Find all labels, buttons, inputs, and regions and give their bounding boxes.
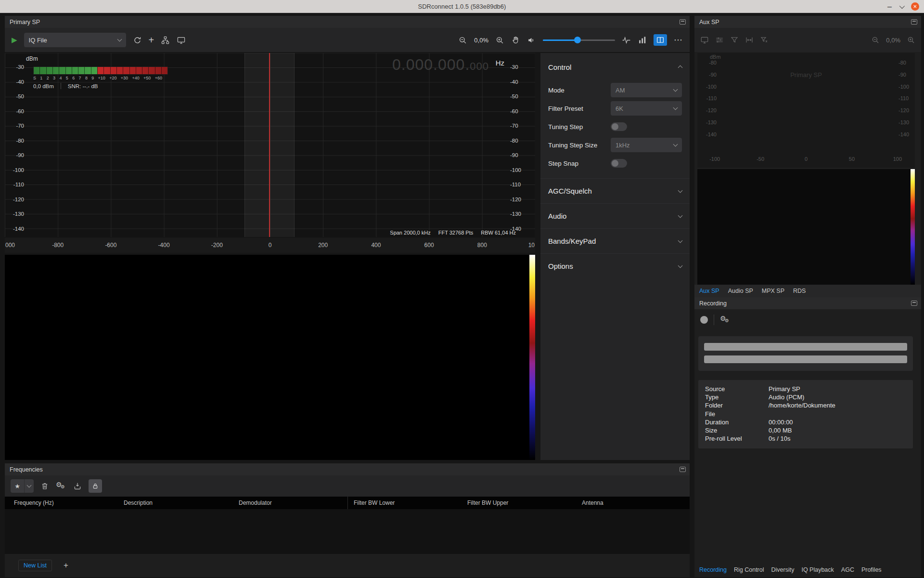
chevron-down-icon <box>678 213 683 218</box>
step-snap-row: Step Snap <box>540 154 690 172</box>
zoom-level: 0,0% <box>474 37 488 44</box>
recording-level-bar <box>704 355 907 363</box>
aux-view-tab[interactable]: MPX SP <box>762 288 784 294</box>
frequencies-table-body[interactable] <box>5 509 690 554</box>
span-arrows-icon[interactable] <box>745 36 754 44</box>
titlebar: SDRconnect 1.0.5 (583e89db6) – ✕ <box>0 0 924 13</box>
filter-preset-select[interactable]: 6K <box>611 101 682 116</box>
import-icon[interactable] <box>73 482 82 490</box>
primary-sp-panel: Primary SP ▶ IQ File + 0,0% <box>5 16 690 460</box>
star-icon[interactable]: ★ <box>11 479 24 493</box>
waterfall-display[interactable] <box>5 255 535 460</box>
aux-sp-header: Aux SP <box>694 16 921 28</box>
aux-bottom-tab[interactable]: IQ Playback <box>801 566 834 573</box>
waveform-view-icon[interactable] <box>622 36 631 45</box>
close-button[interactable]: ✕ <box>911 2 919 11</box>
aux-view-tabs: Aux SPAudio SPMPX SPRDS <box>694 285 921 297</box>
aux-bottom-tab[interactable]: Diversity <box>771 566 795 573</box>
frequencies-toolbar: ★ ⚙⚙ <box>5 475 690 497</box>
restore-button[interactable] <box>899 3 905 8</box>
aux-waterfall-colorbar <box>911 169 915 285</box>
aux-bottom-tab[interactable]: AGC <box>841 566 854 573</box>
collapsed-section-header[interactable]: Options <box>540 253 690 278</box>
monitor-icon[interactable] <box>177 36 186 45</box>
spectrum-display[interactable]: dBm -30-40-50-60-70-80-90-100-110-120-13… <box>5 53 535 237</box>
zoom-out-icon[interactable] <box>871 36 880 44</box>
collapsed-sections: AGC/Squelch Audio Bands/KeyPad Options <box>540 178 690 278</box>
refresh-icon[interactable] <box>133 36 142 45</box>
notch-filter-icon[interactable] <box>760 36 769 44</box>
frequencies-header: Frequencies <box>5 463 690 475</box>
collapsed-section-header[interactable]: Bands/KeyPad <box>540 228 690 253</box>
tuning-step-toggle[interactable] <box>611 122 627 131</box>
source-select[interactable]: IQ File <box>24 33 126 47</box>
aux-waterfall-display[interactable] <box>697 169 915 285</box>
pan-hand-icon[interactable] <box>511 36 520 45</box>
speaker-icon[interactable] <box>527 36 536 45</box>
delete-icon[interactable] <box>40 482 49 490</box>
aux-dbm-scale-left: -80-90-100-110-120-130-140 <box>702 60 717 137</box>
minimize-button[interactable]: – <box>887 4 892 9</box>
chevron-down-icon <box>678 263 683 268</box>
network-icon[interactable] <box>161 36 170 45</box>
frequency-display[interactable]: 0.000.000.000 <box>392 56 489 74</box>
column-description: Description <box>124 499 153 506</box>
step-snap-toggle[interactable] <box>611 159 627 168</box>
tuning-line[interactable] <box>269 53 270 237</box>
volume-thumb[interactable] <box>574 37 581 43</box>
aux-bottom-tab[interactable]: Profiles <box>861 566 882 573</box>
aux-bottom-tab[interactable]: Rig Control <box>734 566 764 573</box>
spectrum-lines-icon[interactable] <box>715 36 724 44</box>
monitor-icon[interactable] <box>700 36 709 44</box>
control-section-header[interactable]: Control <box>540 53 690 81</box>
recording-level-box <box>698 336 913 371</box>
collapse-panel-icon[interactable] <box>911 301 917 306</box>
aux-bottom-tab[interactable]: Recording <box>699 566 727 573</box>
fft-value: FFT 32768 Pts <box>438 230 474 236</box>
dbm-scale-left: -30-40-50-60-70-80-90-100-110-120-130-14… <box>9 64 24 232</box>
spectrum-view-icon[interactable] <box>638 36 647 45</box>
s-meter-segments <box>34 67 167 74</box>
s-meter-bar <box>33 66 168 75</box>
favorite-split-button[interactable]: ★ <box>11 479 34 493</box>
filter-icon[interactable] <box>730 36 739 44</box>
collapse-panel-icon[interactable] <box>680 19 686 25</box>
chevron-down-icon <box>673 87 678 92</box>
volume-slider[interactable] <box>543 36 615 44</box>
collapse-panel-icon[interactable] <box>911 19 917 25</box>
zoom-in-icon[interactable] <box>907 36 915 44</box>
collapsed-section-header[interactable]: Audio <box>540 203 690 228</box>
add-list-button[interactable]: + <box>64 561 68 570</box>
split-view-button[interactable] <box>654 34 667 46</box>
mode-select[interactable]: AM <box>611 83 682 97</box>
aux-view-tab[interactable]: RDS <box>793 288 806 294</box>
volume-fill <box>543 39 578 41</box>
frequencies-table-header: Frequency (Hz) Description Demodulator F… <box>5 497 690 509</box>
recording-info-row: Size 0,00 MB <box>705 426 906 434</box>
tuning-step-size-select[interactable]: 1kHz <box>611 138 682 152</box>
play-button[interactable]: ▶ <box>12 36 17 44</box>
new-list-button[interactable]: New List <box>18 560 52 571</box>
window-controls: – ✕ <box>887 0 919 13</box>
star-dropdown[interactable] <box>24 479 34 493</box>
record-button[interactable] <box>700 316 708 324</box>
collapsed-section-header[interactable]: AGC/Squelch <box>540 178 690 203</box>
lock-button[interactable] <box>89 479 102 493</box>
zoom-out-icon[interactable] <box>458 36 467 45</box>
aux-spectrum-display[interactable]: dBm Primary SP -80-90-100-110-120-130-14… <box>697 53 915 168</box>
more-options-button[interactable]: ⋯ <box>674 35 683 45</box>
recording-info-row: File <box>705 410 906 418</box>
collapse-panel-icon[interactable] <box>680 467 686 472</box>
waterfall-colorbar <box>529 255 535 460</box>
add-device-button[interactable]: + <box>149 35 154 46</box>
recording-settings-icon[interactable]: ⚙⚙ <box>720 315 731 325</box>
aux-bottom-tabs: RecordingRig ControlDiversityIQ Playback… <box>699 566 882 573</box>
tuning-step-row: Tuning Step <box>540 118 690 136</box>
aux-view-tab[interactable]: Aux SP <box>699 288 719 294</box>
recording-info-row: Type Audio (PCM) <box>705 393 906 401</box>
aux-view-tab[interactable]: Audio SP <box>728 288 753 294</box>
primary-sp-header: Primary SP <box>5 16 690 28</box>
chevron-down-icon <box>117 37 122 42</box>
settings-gears-icon[interactable]: ⚙⚙ <box>56 481 66 491</box>
zoom-in-icon[interactable] <box>495 36 504 45</box>
